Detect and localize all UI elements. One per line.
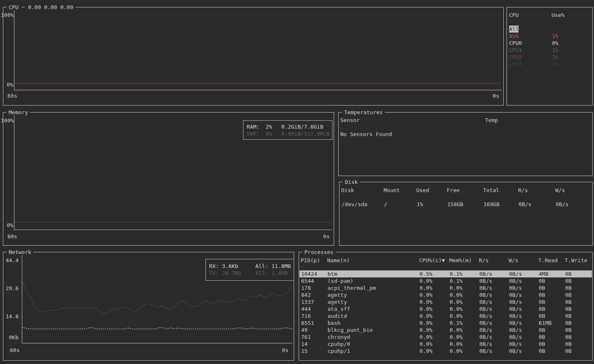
cpu-legend-header-use[interactable]: Use% xyxy=(552,12,564,19)
process-header-cpu-percent[interactable]: CPU%(c)▼ xyxy=(419,257,445,264)
process-row[interactable]: 49blkcg_punt_bio0.0%0.0%0B/s0B/s0B0B xyxy=(299,326,592,333)
cpu-legend-row[interactable]: All xyxy=(507,26,592,33)
cpu-entry-use-percent: 1% xyxy=(552,54,559,61)
process-row[interactable]: 6544(sd-pam)0.0%0.1%0B/s0B/s0B0B xyxy=(299,277,592,284)
disk-header-used[interactable]: Used xyxy=(416,187,429,194)
cpu-ytick-100: 100% xyxy=(1,12,13,19)
cell-total-write: 0B xyxy=(565,341,572,348)
disk-header-write-per-sec[interactable]: W/s xyxy=(555,187,565,194)
swp-percent: 0% xyxy=(266,130,272,137)
cell-disk: /dev/sda xyxy=(342,201,368,208)
temperatures-panel: Temperatures Sensor Temp No Sensors Foun… xyxy=(338,112,593,176)
cpu-ytick-0: 0% xyxy=(1,81,13,88)
memory-xtick-0s: 0s xyxy=(323,233,330,240)
process-header-mem-percent[interactable]: Mem%(m) xyxy=(449,257,472,264)
memory-xtick-60s: 60s xyxy=(7,233,17,240)
process-row[interactable]: 761chronyd0.0%0.0%0B/s0B/s0B0B xyxy=(299,333,592,341)
cell-cpu-percent: 0.0% xyxy=(420,284,432,291)
disk-header-disk[interactable]: Disk xyxy=(341,187,354,194)
memory-legend-swp: SWP: 0% 0.0MiB/512.0MiB xyxy=(243,130,332,137)
rx-total: All: 11.8MB xyxy=(255,263,291,270)
cell-cpu-percent: 0.0% xyxy=(420,341,432,348)
process-row[interactable]: 716auditd0.0%0.0%0B/s0B/s0B0B xyxy=(299,312,592,319)
cell-read-per-sec: 0B/s xyxy=(479,312,492,319)
cell-pid: 716 xyxy=(301,312,311,319)
disk-header-mount[interactable]: Mount xyxy=(384,187,400,194)
cell-total-write: 0B xyxy=(565,333,572,341)
temperatures-header-sensor[interactable]: Sensor xyxy=(340,117,360,124)
cell-write-per-sec: 0B/s xyxy=(509,291,522,298)
process-row[interactable]: 14cpuhp/00.0%0.0%0B/s0B/s0B0B xyxy=(299,341,592,348)
network-panel: Network 44.4 29.6 14.8 0Kb 60s 0s RX: 3.… xyxy=(3,252,294,361)
cell-cpu-percent: 0.0% xyxy=(420,333,432,341)
cell-total-read: 4MB xyxy=(539,270,548,277)
cell-read-per-sec: 0B/s xyxy=(519,201,531,208)
cell-pid: 444 xyxy=(301,305,311,312)
cpu-legend-row[interactable]: CPU11% xyxy=(507,47,592,54)
cell-pid: 6544 xyxy=(301,277,314,284)
cell-total-read: 0B xyxy=(539,305,545,312)
disk-header-read-per-sec[interactable]: R/s xyxy=(518,187,528,194)
cell-used: 1% xyxy=(417,201,423,208)
process-row[interactable]: 842agetty0.0%0.0%0B/s0B/s0B0B xyxy=(299,291,592,298)
cell-write-per-sec: 0B/s xyxy=(509,277,522,284)
disk-header-free[interactable]: Free xyxy=(447,187,460,194)
process-header-read-per-sec[interactable]: R/s xyxy=(479,257,488,264)
network-ytick-296: 29.6 xyxy=(5,285,19,292)
cell-pid: 761 xyxy=(301,333,311,341)
memory-ytick-100: 100% xyxy=(1,117,13,124)
network-ytick-148: 14.8 xyxy=(5,313,19,320)
process-header-total-write[interactable]: T.Write xyxy=(565,257,587,264)
processes-panel-title: Processes xyxy=(302,249,335,256)
process-row[interactable]: 1337agetty0.0%0.0%0B/s0B/s0B0B xyxy=(299,298,592,305)
process-header-pid[interactable]: PID(p) xyxy=(301,257,320,264)
cell-total-read: 0B xyxy=(539,326,545,333)
cell-cpu-percent: 0.0% xyxy=(420,291,432,298)
cell-cpu-percent: 0.0% xyxy=(420,298,432,305)
cell-name: btm xyxy=(328,270,337,277)
cell-pid: 178 xyxy=(301,284,311,291)
cell-pid: 10424 xyxy=(301,270,317,277)
cell-name: bash xyxy=(328,319,340,326)
cpu-panel: CPU ─ 0.00 0.00 0.00 100% 0% 60s 0s xyxy=(3,7,504,106)
cell-mem-percent: 0.1% xyxy=(450,270,462,277)
cpu-legend-row[interactable]: CPU31% xyxy=(507,61,592,68)
swp-amount: 0.0MiB/512.0MiB xyxy=(281,130,330,137)
cell-cpu-percent: 0.0% xyxy=(420,277,432,284)
network-xtick-0s: 0s xyxy=(282,347,288,354)
cell-read-per-sec: 0B/s xyxy=(479,326,492,333)
process-row[interactable]: 6551bash0.0%0.1%0B/s0B/s61MB0B xyxy=(299,319,592,326)
memory-panel-title: Memory xyxy=(7,109,30,116)
process-header-name[interactable]: Name(n) xyxy=(327,257,350,264)
cpu-legend-row[interactable]: AVG1% xyxy=(507,33,592,40)
cell-name: cpuhp/1 xyxy=(328,348,350,355)
cell-cpu-percent: 0.0% xyxy=(420,305,432,312)
process-row[interactable]: 15cpuhp/10.0%0.0%0B/s0B/s0B0B xyxy=(299,348,592,355)
processes-panel: Processes PID(p)Name(n)CPU%(c)▼Mem%(m)R/… xyxy=(299,252,593,361)
network-xtick-60s: 60s xyxy=(10,347,19,354)
cpu-legend-row[interactable]: CPU00% xyxy=(507,40,592,47)
process-row[interactable]: 178acpi_thermal_pm0.0%0.0%0B/s0B/s0B0B xyxy=(299,284,592,291)
cell-name: chronyd xyxy=(328,333,350,341)
network-legend-tx: TX: 26.7Kb All: 1.4MB xyxy=(206,270,294,277)
cpu-legend-header-cpu[interactable]: CPU xyxy=(509,12,519,19)
memory-ytick-0: 0% xyxy=(1,222,13,229)
disk-header-total[interactable]: Total xyxy=(483,187,499,194)
cell-read-per-sec: 0B/s xyxy=(479,291,492,298)
cell-write-per-sec: 0B/s xyxy=(509,319,522,326)
process-header-write-per-sec[interactable]: W/s xyxy=(509,257,518,264)
cell-cpu-percent: 0.0% xyxy=(420,348,432,355)
cell-total-write: 0B xyxy=(565,270,572,277)
temperatures-header-temp[interactable]: Temp xyxy=(485,117,498,124)
cpu-legend-row[interactable]: CPU21% xyxy=(507,54,592,61)
tx-total: All: 1.4MB xyxy=(255,270,288,277)
cell-name: agetty xyxy=(328,291,347,298)
process-row[interactable]: 10424btm0.5%0.1%0B/s0B/s4MB0B xyxy=(299,270,592,277)
process-header-total-read[interactable]: T.Read xyxy=(538,257,558,264)
cell-total-read: 0B xyxy=(539,298,545,305)
cpu-entry-name: All xyxy=(509,26,519,33)
disk-row[interactable]: /dev/sda/1%158GB169GB0B/s0B/s xyxy=(340,201,592,208)
ram-percent: 2% xyxy=(266,123,272,130)
process-row[interactable]: 444ata_sff0.0%0.0%0B/s0B/s0B0B xyxy=(299,305,592,312)
disk-panel-title: Disk xyxy=(343,178,360,186)
